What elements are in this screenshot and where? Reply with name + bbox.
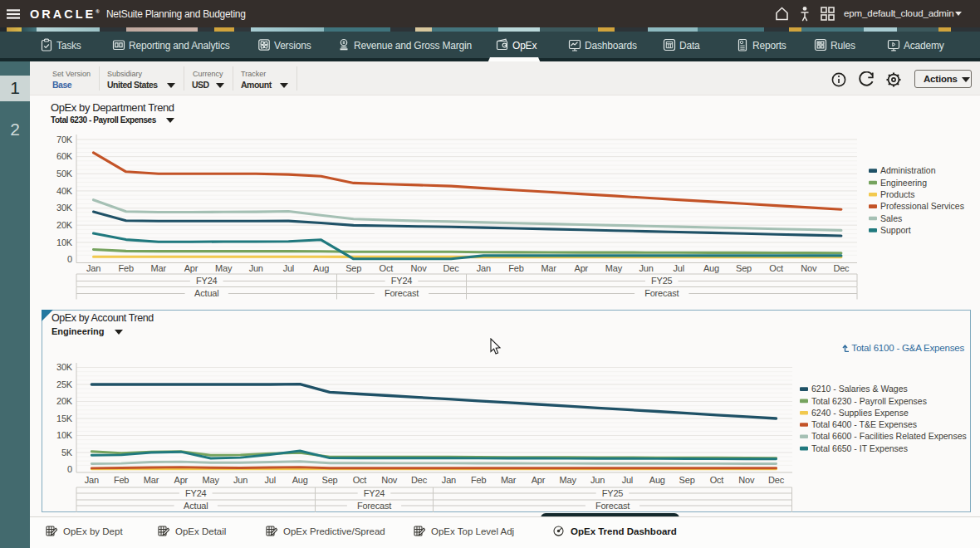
- svg-text:May: May: [215, 263, 233, 273]
- svg-text:Sales: Sales: [880, 213, 902, 223]
- svg-text:Jan: Jan: [442, 475, 456, 485]
- svg-text:Sep: Sep: [322, 475, 338, 485]
- svg-text:Forecast: Forecast: [595, 501, 630, 511]
- svg-text:FY25: FY25: [602, 488, 624, 498]
- svg-text:FY24: FY24: [391, 276, 413, 286]
- svg-text:Dec: Dec: [443, 263, 460, 273]
- svg-text:Jul: Jul: [265, 475, 276, 485]
- svg-text:Oct: Oct: [710, 475, 724, 485]
- svg-text:Mar: Mar: [501, 475, 517, 485]
- svg-text:20K: 20K: [56, 396, 73, 406]
- svg-text:0: 0: [67, 254, 72, 264]
- svg-text:Support: Support: [880, 225, 911, 235]
- svg-text:Nov: Nov: [411, 263, 428, 273]
- svg-text:Mar: Mar: [541, 263, 556, 273]
- svg-text:70K: 70K: [56, 135, 73, 144]
- svg-text:Jan: Jan: [85, 475, 99, 485]
- svg-text:Jan: Jan: [477, 263, 491, 273]
- svg-text:30K: 30K: [56, 203, 73, 213]
- svg-text:Jun: Jun: [639, 263, 653, 273]
- svg-text:Feb: Feb: [119, 263, 134, 273]
- svg-text:FY24: FY24: [185, 488, 207, 498]
- svg-text:15K: 15K: [56, 413, 73, 423]
- svg-text:40K: 40K: [56, 186, 73, 196]
- svg-text:Forecast: Forecast: [385, 288, 419, 298]
- svg-text:Aug: Aug: [649, 475, 665, 485]
- svg-text:Oct: Oct: [769, 263, 783, 273]
- svg-text:Feb: Feb: [471, 475, 486, 485]
- svg-text:Total 6400 - T&E Expenses: Total 6400 - T&E Expenses: [811, 419, 917, 429]
- svg-text:Total 6650 - IT Expenses: Total 6650 - IT Expenses: [811, 443, 908, 453]
- svg-text:Oct: Oct: [380, 263, 394, 273]
- svg-text:Apr: Apr: [532, 475, 546, 485]
- svg-text:Dec: Dec: [768, 475, 785, 485]
- svg-text:May: May: [560, 475, 577, 485]
- svg-text:Jun: Jun: [249, 263, 263, 273]
- svg-text:6240 - Supplies Expense: 6240 - Supplies Expense: [811, 408, 909, 418]
- svg-text:Sep: Sep: [345, 263, 361, 273]
- svg-text:Apr: Apr: [575, 263, 589, 273]
- svg-text:May: May: [203, 475, 220, 485]
- svg-text:Forecast: Forecast: [357, 501, 391, 511]
- svg-text:Sep: Sep: [679, 475, 695, 485]
- svg-text:60K: 60K: [56, 151, 73, 161]
- svg-text:0: 0: [67, 464, 72, 474]
- svg-text:Total 6600 - Facilities Relate: Total 6600 - Facilities Related Expenses: [811, 431, 967, 441]
- svg-text:Professional Services: Professional Services: [880, 201, 964, 211]
- svg-text:Engineering: Engineering: [880, 178, 927, 188]
- svg-text:Nov: Nov: [381, 475, 398, 485]
- svg-text:Sep: Sep: [736, 263, 752, 273]
- svg-text:FY25: FY25: [651, 276, 673, 286]
- svg-text:Forecast: Forecast: [644, 288, 679, 298]
- svg-text:Jul: Jul: [283, 263, 294, 273]
- svg-text:May: May: [605, 263, 623, 273]
- svg-text:Actual: Actual: [184, 501, 208, 511]
- svg-text:Mar: Mar: [144, 475, 159, 485]
- svg-text:Products: Products: [880, 189, 914, 199]
- svg-text:Administration: Administration: [880, 165, 936, 175]
- svg-text:Dec: Dec: [833, 263, 850, 273]
- svg-text:Actual: Actual: [194, 288, 218, 298]
- svg-text:Feb: Feb: [114, 475, 129, 485]
- svg-text:Dec: Dec: [411, 475, 428, 485]
- svg-text:Nov: Nov: [738, 475, 755, 485]
- svg-text:6210 - Salaries & Wages: 6210 - Salaries & Wages: [811, 384, 908, 394]
- svg-text:30K: 30K: [56, 362, 73, 372]
- svg-text:Jul: Jul: [673, 263, 684, 273]
- svg-text:Apr: Apr: [174, 475, 189, 485]
- svg-text:Nov: Nov: [801, 263, 817, 273]
- svg-text:50K: 50K: [56, 169, 73, 179]
- svg-text:20K: 20K: [56, 220, 73, 230]
- svg-text:Mar: Mar: [151, 263, 167, 273]
- svg-text:FY24: FY24: [364, 488, 385, 498]
- svg-text:Jun: Jun: [233, 475, 247, 485]
- svg-text:25K: 25K: [56, 379, 73, 389]
- svg-text:Feb: Feb: [508, 263, 523, 273]
- svg-text:Jul: Jul: [622, 475, 633, 485]
- svg-text:Oct: Oct: [353, 475, 367, 485]
- svg-text:5K: 5K: [61, 448, 73, 457]
- svg-text:Total 6230 - Payroll Expenses: Total 6230 - Payroll Expenses: [811, 396, 927, 406]
- svg-text:10K: 10K: [56, 430, 73, 440]
- svg-text:Jan: Jan: [86, 263, 100, 273]
- svg-text:Aug: Aug: [703, 263, 719, 273]
- svg-text:FY24: FY24: [196, 276, 218, 286]
- svg-text:Aug: Aug: [313, 263, 329, 273]
- svg-text:Apr: Apr: [184, 263, 198, 273]
- svg-text:Jun: Jun: [590, 475, 605, 485]
- svg-text:Aug: Aug: [292, 475, 308, 485]
- svg-text:10K: 10K: [56, 237, 73, 247]
